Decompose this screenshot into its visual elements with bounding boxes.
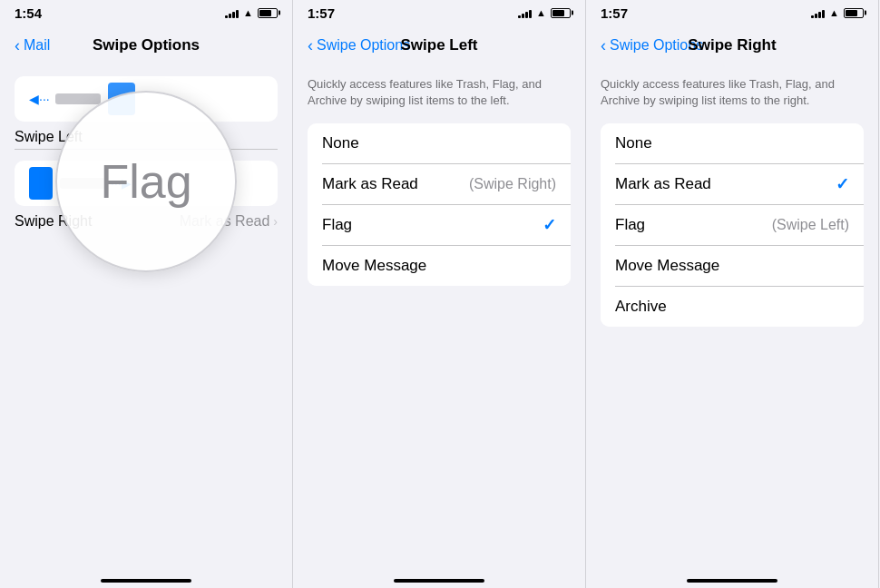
home-indicator-2 bbox=[293, 566, 585, 588]
flag-circle-overlay: Flag bbox=[55, 91, 237, 272]
list-section-3: None Mark as Read ✓ Flag (Swipe Left) Mo… bbox=[601, 123, 864, 327]
chevron-left-icon-1: ‹ bbox=[15, 36, 20, 55]
chevron-left-icon-3: ‹ bbox=[601, 36, 606, 55]
time-3: 1:57 bbox=[601, 5, 628, 21]
back-label-2: Swipe Options bbox=[317, 37, 410, 54]
list-item-archive-3[interactable]: Archive bbox=[601, 287, 864, 327]
list-item-flag-2[interactable]: Flag ✓ bbox=[308, 205, 571, 245]
chevron-right-icon-1: › bbox=[273, 214, 278, 229]
blue-bar-right bbox=[29, 167, 53, 200]
item-right-mark-read-3: ✓ bbox=[836, 174, 849, 194]
list-item-mark-read-2[interactable]: Mark as Read (Swipe Right) bbox=[308, 164, 571, 204]
list-item-move-3[interactable]: Move Message bbox=[601, 246, 864, 286]
item-label-none-3: None bbox=[615, 134, 652, 152]
wifi-icon-1: ▲ bbox=[243, 7, 253, 18]
back-button-1[interactable]: ‹ Mail bbox=[15, 36, 50, 55]
item-label-flag-2: Flag bbox=[322, 216, 352, 234]
item-label-none-2: None bbox=[322, 134, 359, 152]
status-bar-2: 1:57 ▲ bbox=[293, 0, 585, 25]
checkmark-icon-2: ✓ bbox=[543, 215, 556, 235]
panel-swipe-options: 1:54 ▲ ‹ Mail Swipe Options ◀··· bbox=[0, 0, 293, 588]
arrow-left-icon: ◀··· bbox=[29, 92, 50, 106]
time-1: 1:54 bbox=[15, 5, 42, 21]
time-2: 1:57 bbox=[308, 5, 335, 21]
home-bar-3 bbox=[687, 579, 777, 583]
item-right-flag-2: ✓ bbox=[543, 215, 556, 235]
wifi-icon-3: ▲ bbox=[829, 7, 839, 18]
item-label-mark-read-3: Mark as Read bbox=[615, 175, 711, 193]
flag-circle-label: Flag bbox=[100, 154, 191, 209]
signal-icon-3 bbox=[811, 8, 825, 18]
home-bar-2 bbox=[394, 579, 484, 583]
nav-bar-2: ‹ Swipe Options Swipe Left bbox=[293, 25, 585, 65]
signal-icon-1 bbox=[225, 8, 239, 18]
checkmark-icon-3: ✓ bbox=[836, 174, 849, 194]
swipe-right-hint-2: (Swipe Right) bbox=[469, 176, 556, 192]
list-item-mark-read-3[interactable]: Mark as Read ✓ bbox=[601, 164, 864, 204]
panel-swipe-left: 1:57 ▲ ‹ Swipe Options Swipe Left Quickl… bbox=[293, 0, 586, 588]
list-item-none-2[interactable]: None bbox=[308, 123, 571, 163]
item-label-flag-3: Flag bbox=[615, 216, 645, 234]
panel-swipe-right: 1:57 ▲ ‹ Swipe Options Swipe Right Quick… bbox=[586, 0, 879, 588]
content-area-1: ◀··· Swipe Left ···▶ Swipe Right Mark as… bbox=[0, 65, 292, 566]
list-item-move-2[interactable]: Move Message bbox=[308, 246, 571, 286]
status-icons-1: ▲ bbox=[225, 7, 278, 18]
item-label-archive-3: Archive bbox=[615, 298, 667, 316]
gray-bar-left bbox=[55, 93, 101, 104]
nav-bar-1: ‹ Mail Swipe Options bbox=[0, 25, 292, 65]
item-right-mark-read-2: (Swipe Right) bbox=[469, 176, 556, 192]
description-3: Quickly access features like Trash, Flag… bbox=[586, 65, 878, 123]
item-label-move-2: Move Message bbox=[322, 257, 426, 275]
home-indicator-3 bbox=[586, 566, 878, 588]
status-icons-3: ▲ bbox=[811, 7, 864, 18]
status-bar-1: 1:54 ▲ bbox=[0, 0, 292, 25]
nav-title-2: Swipe Left bbox=[400, 36, 477, 54]
battery-icon-3 bbox=[844, 8, 864, 18]
back-label-1: Mail bbox=[24, 37, 50, 54]
nav-bar-3: ‹ Swipe Options Swipe Right bbox=[586, 25, 878, 65]
chevron-left-icon-2: ‹ bbox=[308, 36, 313, 55]
home-indicator-1 bbox=[0, 566, 292, 588]
battery-icon-1 bbox=[258, 8, 278, 18]
nav-title-3: Swipe Right bbox=[688, 36, 776, 54]
battery-icon-2 bbox=[551, 8, 571, 18]
list-item-none-3[interactable]: None bbox=[601, 123, 864, 163]
wifi-icon-2: ▲ bbox=[536, 7, 546, 18]
item-right-flag-3: (Swipe Left) bbox=[772, 217, 849, 233]
status-bar-3: 1:57 ▲ bbox=[586, 0, 878, 25]
status-icons-2: ▲ bbox=[518, 7, 571, 18]
item-label-mark-read-2: Mark as Read bbox=[322, 175, 418, 193]
description-2: Quickly access features like Trash, Flag… bbox=[293, 65, 585, 123]
swipe-left-hint-3: (Swipe Left) bbox=[772, 217, 849, 233]
list-item-flag-3[interactable]: Flag (Swipe Left) bbox=[601, 205, 864, 245]
nav-title-1: Swipe Options bbox=[93, 36, 200, 54]
signal-icon-2 bbox=[518, 8, 532, 18]
home-bar-1 bbox=[101, 579, 191, 583]
list-section-2: None Mark as Read (Swipe Right) Flag ✓ M… bbox=[308, 123, 571, 286]
item-label-move-3: Move Message bbox=[615, 257, 719, 275]
back-button-2[interactable]: ‹ Swipe Options bbox=[308, 36, 410, 55]
